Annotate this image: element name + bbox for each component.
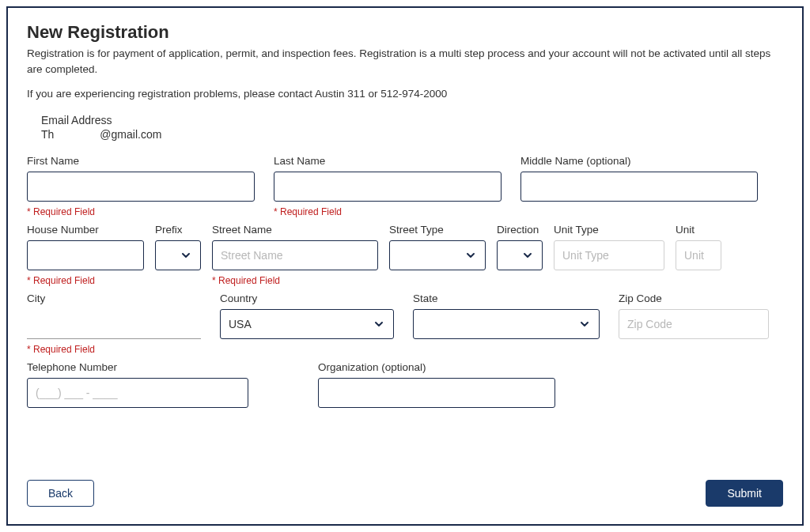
- unit-type-field-group: Unit Type Unit Type .: [554, 224, 664, 288]
- last-name-field-group: Last Name * Required Field: [274, 155, 502, 219]
- page-description: Registration is for payment of applicati…: [27, 46, 783, 77]
- organization-label: Organization (optional): [318, 361, 555, 373]
- last-name-label: Last Name: [274, 155, 502, 167]
- organization-field-group: Organization (optional): [318, 361, 555, 408]
- required-indicator: * Required Field: [212, 275, 378, 288]
- street-type-label: Street Type: [389, 224, 486, 236]
- state-label: State: [413, 292, 600, 304]
- street-name-field[interactable]: [212, 240, 378, 270]
- country-label: Country: [220, 292, 394, 304]
- street-name-label: Street Name: [212, 224, 378, 236]
- prefix-label: Prefix: [155, 224, 201, 236]
- direction-select[interactable]: [497, 240, 543, 270]
- unit-label: Unit: [676, 224, 721, 236]
- direction-label: Direction: [497, 224, 543, 236]
- submit-button[interactable]: Submit: [706, 480, 783, 507]
- last-name-field[interactable]: [274, 172, 502, 202]
- street-type-field-group: Street Type .: [389, 224, 486, 288]
- middle-name-field-group: Middle Name (optional) .: [520, 155, 758, 219]
- chevron-down-icon: [464, 249, 477, 262]
- city-field[interactable]: [27, 309, 201, 339]
- chevron-down-icon: [180, 249, 192, 262]
- prefix-field-group: Prefix .: [155, 224, 201, 288]
- telephone-field-group: Telephone Number: [27, 361, 248, 408]
- unit-type-label: Unit Type: [554, 224, 664, 236]
- city-field-group: City * Required Field: [27, 292, 201, 357]
- email-address-block: Email Address Th@gmail.com: [41, 114, 783, 141]
- direction-field-group: Direction .: [497, 224, 543, 288]
- chevron-down-icon: [373, 318, 385, 330]
- middle-name-label: Middle Name (optional): [520, 155, 758, 167]
- house-number-field[interactable]: [27, 240, 144, 270]
- required-indicator: * Required Field: [27, 344, 201, 357]
- unit-field-group: Unit Unit .: [676, 224, 721, 288]
- organization-field[interactable]: [318, 378, 555, 408]
- required-indicator: * Required Field: [27, 275, 144, 288]
- telephone-field[interactable]: [27, 378, 248, 408]
- house-number-field-group: House Number * Required Field: [27, 224, 144, 288]
- registration-form: New Registration Registration is for pay…: [6, 6, 804, 526]
- city-label: City: [27, 292, 201, 304]
- country-select[interactable]: USA: [220, 309, 394, 339]
- first-name-field-group: First Name * Required Field: [27, 155, 255, 219]
- first-name-field[interactable]: [27, 172, 255, 202]
- chevron-down-icon: [521, 249, 534, 262]
- required-indicator: * Required Field: [27, 206, 255, 219]
- email-label: Email Address: [41, 114, 783, 126]
- street-type-select[interactable]: [389, 240, 486, 270]
- street-name-field-group: Street Name * Required Field: [212, 224, 378, 288]
- zip-field-group: Zip Code Zip Code .: [619, 292, 769, 357]
- middle-name-field[interactable]: [520, 172, 758, 202]
- country-field-group: Country USA .: [220, 292, 394, 357]
- telephone-label: Telephone Number: [27, 361, 248, 373]
- page-title: New Registration: [27, 22, 783, 43]
- contact-info: If you are experiencing registration pro…: [27, 88, 783, 100]
- zip-field[interactable]: Zip Code: [619, 309, 769, 339]
- state-select[interactable]: [413, 309, 600, 339]
- back-button[interactable]: Back: [27, 480, 94, 507]
- first-name-label: First Name: [27, 155, 255, 167]
- state-field-group: State .: [413, 292, 600, 357]
- zip-label: Zip Code: [619, 292, 769, 304]
- required-indicator: * Required Field: [274, 206, 502, 219]
- unit-type-field[interactable]: Unit Type: [554, 240, 664, 270]
- house-number-label: House Number: [27, 224, 144, 236]
- chevron-down-icon: [578, 318, 591, 330]
- prefix-select[interactable]: [155, 240, 201, 270]
- email-value: Th@gmail.com: [41, 128, 783, 141]
- unit-field[interactable]: Unit: [676, 240, 721, 270]
